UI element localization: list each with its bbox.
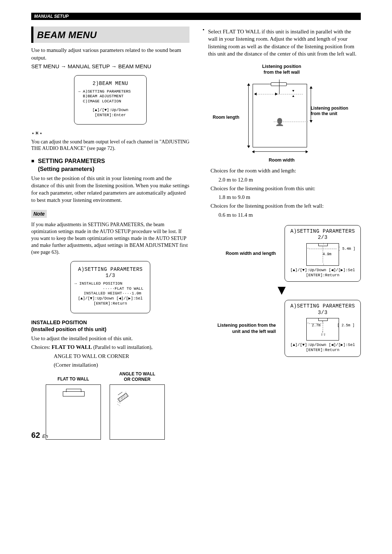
osd3-hint1: [▲]/[▼]:Up/Down [◀]/[▶]:Sel: [288, 268, 358, 273]
install-corner-box: [110, 384, 165, 440]
osd2-hint1: [▲]/[▼]:Up/Down [◀]/[▶]:Sel: [74, 296, 146, 301]
choices-lp-unit-val: 1.8 m to 9.0 m: [219, 194, 361, 201]
osd-setting-params-3: A)SETTING PARAMETERS 3/3 ← → 2.7m ↑ ↓ [ …: [285, 300, 361, 357]
room-wl-label: Room width and length: [203, 250, 276, 256]
osd-beam-menu: 2)BEAM MENU → A)SETTING PARAMETERS B)BEA…: [74, 75, 147, 125]
lp-unit-l1: Listening position: [311, 106, 348, 111]
fig-label-room-length: Room length: [213, 114, 239, 120]
osd3-val2: 4.9m: [323, 252, 331, 257]
installed-choices: Choices: FLAT TO WALL (Parallel to wall …: [31, 343, 189, 351]
small-listener-icon: ♀♀: [320, 332, 326, 338]
install-corner-label-l2: OR CORNER: [124, 377, 150, 382]
breadcrumb: SET MENU → MANUAL SETUP → BEAM MENU: [31, 63, 189, 70]
osd4-val1: 2.7m: [312, 323, 320, 328]
osd1-hint1: [▲]/[▼]:Up/Down: [78, 108, 143, 113]
osd1-line1: → A)SETTING PARAMETERS: [78, 89, 143, 94]
installed-sub: (Installed position of this unit): [31, 326, 189, 333]
osd1-title: 2)BEAM MENU: [78, 81, 143, 87]
note-text: If you make adjustments in SETTING PARAM…: [31, 221, 189, 256]
corner-unit-icon: [117, 391, 132, 407]
setting-params-text: Use to set the position of this unit in …: [31, 175, 189, 204]
setting-params-heading: ■ SETTING PARAMETERS (Setting parameters…: [31, 157, 189, 173]
left-column: BEAM MENU Use to manually adjust various…: [31, 27, 189, 440]
osd3-title: A)SETTING PARAMETERS 2/3: [288, 228, 358, 241]
mini-room-2: ← → 2.7m ↑ ↓ [ 2.5m ] ♀♀: [306, 318, 339, 341]
down-arrow-icon: [278, 287, 286, 295]
install-figures: FLAT TO WALL ANGLE TO WALL OR CORNER: [31, 371, 189, 440]
osd1-line2: B)BEAM ADJUSTMENT: [78, 94, 143, 99]
svg-line-4: [117, 404, 120, 406]
osd4-hint2: [ENTER]:Return: [288, 348, 358, 353]
install-flat-label: FLAT TO WALL: [46, 371, 101, 382]
osd2-line3: INSTALLED HEIGHT····1.0m: [74, 291, 146, 296]
osd4-val2: [ 2.5m ]: [337, 323, 355, 328]
page-num-value: 62: [31, 431, 40, 440]
lp-unit-l2: from the unit: [311, 111, 337, 116]
mini-room-1: ↑ ↓ ← [ 5.4m ] 4.9m: [306, 243, 339, 266]
osd-setting-params-2: A)SETTING PARAMETERS 2/3 ↑ ↓ ← [ 5.4m ] …: [285, 225, 361, 282]
listener-icon: 👤: [275, 117, 284, 127]
row-osd-room: Room width and length A)SETTING PARAMETE…: [203, 225, 361, 282]
two-column-layout: BEAM MENU Use to manually adjust various…: [31, 27, 361, 440]
install-flat-box: [46, 384, 101, 440]
osd1-line3: C)IMAGE LOCATION: [78, 99, 143, 104]
installed-text: Use to adjust the installed position of …: [31, 335, 189, 342]
choice-flat: FLAT TO WALL: [52, 344, 92, 350]
setting-params-sub: (Setting parameters): [38, 166, 94, 172]
fig-label-lp-left: Listening position from the left wall: [203, 64, 361, 75]
install-corner-label-l1: ANGLE TO WALL: [119, 371, 155, 376]
flat-to-wall-text: Select FLAT TO WALL if this unit is inst…: [208, 28, 361, 57]
flat-to-wall-bullet: • Select FLAT TO WALL if this unit is in…: [203, 27, 361, 59]
choices-room-wl-val: 2.0 m to 12.0 m: [219, 176, 361, 183]
room-diagram: 👤 Listening position from th: [213, 80, 351, 156]
room-outline: [253, 84, 307, 147]
square-bullet-icon: ■: [31, 157, 34, 163]
tip-text: You can adjust the sound beam output lev…: [31, 139, 189, 152]
osd3-diagram: ↑ ↓ ← [ 5.4m ] 4.9m: [288, 243, 358, 266]
installed-heading: INSTALLED POSITION: [31, 319, 189, 326]
right-column: • Select FLAT TO WALL if this unit is in…: [203, 27, 361, 440]
tip-icon: ⋆☀⋆: [31, 130, 189, 137]
page-number: 62 En: [31, 430, 48, 441]
svg-rect-6: [118, 393, 128, 402]
osd2-title: A)SETTING PARAMETERS 1/3: [74, 266, 146, 279]
choices-room-wl: Choices for the room width and length:: [211, 167, 361, 174]
bullet-dot-icon: •: [203, 27, 204, 34]
intro-text: Use to manually adjust various parameter…: [31, 46, 189, 61]
choice-angle: ANGLE TO WALL OR CORNER: [31, 353, 189, 360]
choices-lp-left: Choices for the listening position from …: [211, 202, 361, 209]
osd-setting-params-1: A)SETTING PARAMETERS 1/3 → INSTALLED POS…: [70, 261, 150, 313]
fig-label-room-width: Room width: [203, 157, 361, 163]
install-corner-col: ANGLE TO WALL OR CORNER: [110, 371, 165, 440]
note-label: Note: [31, 210, 47, 218]
flat-unit-icon: [63, 391, 85, 396]
osd2-hint2: [ENTER]:Return: [74, 301, 146, 306]
osd1-hint2: [ENTER]:Enter: [78, 113, 143, 118]
lp-left-l1: Listening position: [262, 64, 301, 69]
header-section: MANUAL SETUP: [34, 14, 69, 19]
choices-lp-unit: Choices for the listening position from …: [211, 185, 361, 192]
install-flat-col: FLAT TO WALL: [46, 371, 101, 440]
osd2-line2: ·····FLAT TO WALL: [74, 286, 146, 292]
choice-flat-rest: (Parallel to wall installation),: [92, 345, 152, 350]
row-osd-listen: Listening position from the unit and the…: [203, 300, 361, 357]
page-lang: En: [42, 433, 48, 439]
page-title: BEAM MENU: [37, 29, 186, 41]
install-corner-label: ANGLE TO WALL OR CORNER: [110, 371, 165, 382]
listen-label: Listening position from the unit and the…: [203, 322, 276, 334]
page-title-box: BEAM MENU: [31, 27, 189, 43]
osd4-hint1: [▲]/[▼]:Up/Down [◀]/[▶]:Sel: [288, 343, 358, 348]
osd3-val1: [ 5.4m ]: [338, 247, 355, 252]
osd4-title: A)SETTING PARAMETERS 3/3: [288, 303, 358, 316]
choices-label: Choices:: [31, 344, 52, 350]
fig-label-lp-unit: Listening position from the unit: [311, 106, 351, 117]
osd2-line1: → INSTALLED POSITION: [74, 281, 146, 286]
choice-corner: (Corner installation): [31, 361, 189, 368]
svg-line-1: [118, 392, 122, 395]
choices-lp-left-val: 0.6 m to 11.4 m: [219, 211, 361, 219]
lp-left-l2: from the left wall: [264, 70, 299, 75]
header-bar: MANUAL SETUP: [31, 13, 361, 20]
osd4-diagram: ← → 2.7m ↑ ↓ [ 2.5m ] ♀♀: [288, 318, 358, 341]
osd3-hint2: [ENTER]:Return: [288, 273, 358, 278]
unit-icon: [271, 82, 287, 86]
